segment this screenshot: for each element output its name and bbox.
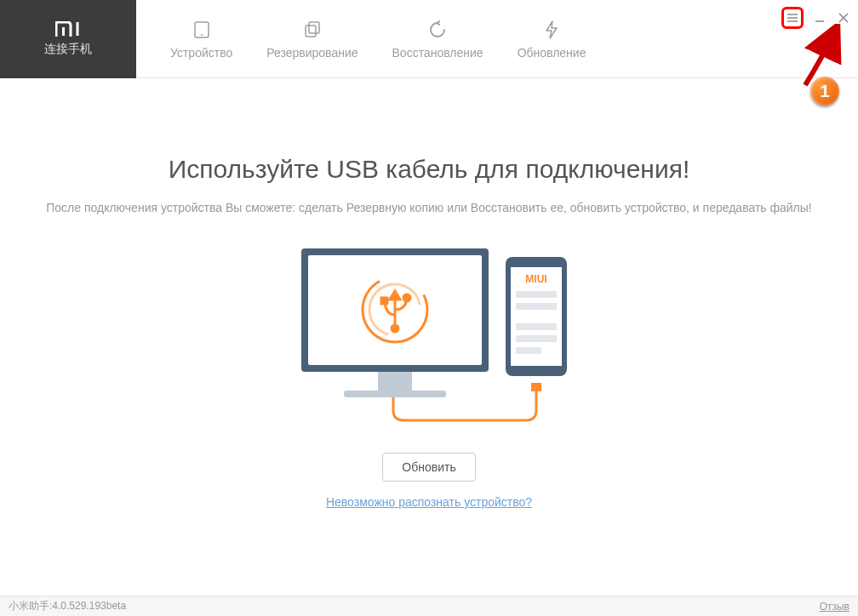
window-controls [781,7,851,29]
restore-icon [427,19,448,41]
feedback-link[interactable]: Отзыв [820,601,849,613]
connect-illustration: MIUI [250,240,608,427]
page-title: Используйте USB кабель для подключения! [169,155,689,184]
svg-rect-5 [309,22,319,33]
minimize-icon [815,13,825,23]
help-link[interactable]: Невозможно распознать устройство? [326,495,532,509]
svg-point-3 [201,34,203,36]
svg-rect-14 [378,372,412,391]
svg-rect-15 [344,391,446,397]
nav-label: Обновление [518,46,586,60]
svg-rect-29 [516,347,541,354]
brand-tab[interactable]: 连接手机 [0,0,136,78]
nav-device[interactable]: Устройство [170,0,232,78]
nav-bar: Устройство Резервирование Восстановление… [136,0,603,77]
svg-rect-25 [516,291,557,298]
minimize-button[interactable] [812,10,827,26]
brand-label: 连接手机 [44,42,92,57]
close-icon [838,13,849,23]
menu-icon [786,13,798,23]
svg-rect-22 [531,383,541,391]
svg-point-19 [392,325,398,332]
nav-update[interactable]: Обновление [518,0,586,78]
flash-icon [544,19,559,41]
nav-backup[interactable]: Резервирование [266,0,358,78]
phone-os-label: MIUI [525,273,546,285]
nav-label: Резервирование [266,46,358,60]
svg-rect-4 [306,26,316,37]
svg-rect-27 [516,323,557,330]
mi-logo-icon [55,21,81,37]
svg-rect-28 [516,335,557,342]
app-header: 连接手机 Устройство Резервирование Восстанов… [0,0,858,78]
nav-restore[interactable]: Восстановление [392,0,483,78]
nav-label: Устройство [170,46,232,60]
copy-icon [303,19,322,41]
svg-point-21 [403,294,410,301]
refresh-button[interactable]: Обновить [382,453,475,482]
main-content: Используйте USB кабель для подключения! … [0,78,858,509]
close-button[interactable] [836,10,851,26]
tablet-icon [192,19,211,41]
page-subtitle: После подключения устройства Вы сможете:… [46,201,812,214]
version-label: 小米助手:4.0.529.193beta [9,599,126,613]
nav-label: Восстановление [392,46,483,60]
menu-button[interactable] [781,7,804,29]
svg-rect-26 [516,303,557,310]
svg-rect-20 [381,298,387,304]
status-bar: 小米助手:4.0.529.193beta Отзыв [0,596,858,616]
